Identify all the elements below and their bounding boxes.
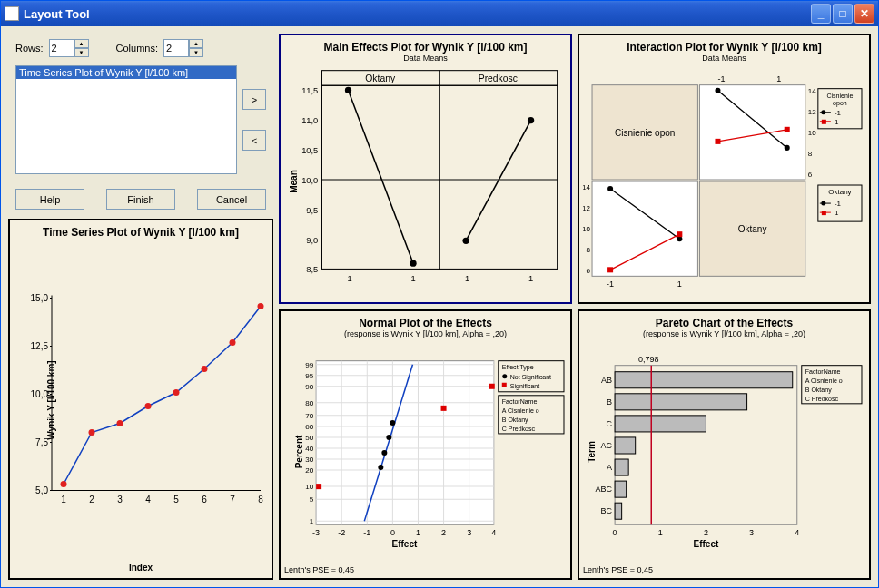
svg-text:Not Significant: Not Significant: [510, 374, 551, 381]
columns-down-button[interactable]: ▼: [189, 48, 203, 57]
svg-text:0: 0: [613, 528, 617, 537]
interaction-chart[interactable]: Interaction Plot for Wynik Y [l/100 km] …: [578, 34, 871, 304]
svg-point-47: [345, 87, 351, 93]
chart-subtitle: Data Means: [284, 54, 567, 63]
chart-footnote: Lenth's PSE = 0,45: [284, 564, 567, 574]
svg-text:90: 90: [305, 383, 313, 391]
svg-point-48: [410, 260, 416, 267]
svg-text:40: 40: [305, 445, 313, 453]
main-effects-svg: Oktany Predkosc 11,5 11,0 10,5 10,0: [284, 64, 567, 299]
list-item[interactable]: Time Series Plot of Wynik Y [l/100 km]: [16, 66, 236, 79]
svg-text:6: 6: [202, 495, 207, 505]
svg-point-149: [390, 420, 395, 426]
svg-text:8: 8: [808, 150, 813, 158]
svg-rect-169: [615, 437, 636, 454]
cancel-button[interactable]: Cancel: [197, 189, 266, 210]
normal-plot-chart[interactable]: Normal Plot of the Effects (response is …: [279, 309, 572, 580]
pareto-chart[interactable]: Pareto Chart of the Effects (response is…: [578, 309, 871, 580]
move-right-button[interactable]: >: [242, 89, 266, 110]
svg-text:opon: opon: [833, 100, 847, 107]
interaction-svg: -11 Cisnienie opon 14121086: [583, 64, 865, 299]
svg-text:20: 20: [305, 466, 313, 475]
svg-text:95: 95: [305, 372, 313, 380]
svg-text:Oktany: Oktany: [365, 74, 396, 83]
svg-text:12,5: 12,5: [31, 341, 49, 351]
svg-rect-165: [615, 366, 797, 525]
list-transfer: Time Series Plot of Wynik Y [l/100 km] >…: [8, 65, 273, 174]
svg-text:Effect: Effect: [694, 539, 719, 549]
svg-text:Significant: Significant: [510, 383, 539, 390]
rows-down-button[interactable]: ▼: [74, 48, 89, 57]
main-effects-chart[interactable]: Main Effects Plot for Wynik Y [l/100 km]…: [279, 34, 572, 304]
svg-point-147: [381, 450, 387, 456]
svg-rect-172: [615, 503, 622, 519]
svg-text:3: 3: [117, 495, 123, 505]
svg-text:1: 1: [776, 74, 781, 83]
svg-text:Predkosc: Predkosc: [479, 74, 518, 83]
svg-text:9,0: 9,0: [306, 236, 318, 245]
svg-text:B   Oktany: B Oktany: [502, 416, 528, 424]
svg-point-63: [715, 88, 720, 93]
svg-point-22: [117, 420, 123, 426]
help-button[interactable]: Help: [15, 189, 84, 210]
svg-text:-1: -1: [835, 109, 842, 117]
svg-text:AC: AC: [601, 441, 613, 450]
svg-text:12: 12: [808, 108, 816, 116]
svg-text:3: 3: [749, 528, 754, 537]
rows-up-button[interactable]: ▲: [74, 39, 89, 48]
svg-text:1: 1: [310, 517, 314, 525]
close-button[interactable]: ✕: [854, 4, 874, 24]
svg-text:0,798: 0,798: [638, 355, 659, 364]
svg-point-51: [528, 117, 534, 123]
grid-controls: Rows: ▲ ▼ Columns: ▲: [8, 34, 273, 60]
svg-line-46: [348, 90, 413, 263]
svg-point-27: [258, 303, 264, 309]
rows-input[interactable]: [49, 39, 74, 57]
chart-title: Normal Plot of the Effects: [284, 317, 567, 329]
columns-up-button[interactable]: ▲: [189, 39, 203, 48]
svg-text:7: 7: [230, 495, 235, 505]
svg-line-49: [466, 121, 531, 241]
svg-text:8,5: 8,5: [306, 265, 318, 274]
svg-text:C   Predkosc: C Predkosc: [805, 396, 839, 402]
time-series-preview: Time Series Plot of Wynik Y [l/100 km] W…: [8, 219, 273, 580]
svg-text:0: 0: [390, 528, 395, 537]
svg-text:5,0: 5,0: [35, 485, 48, 495]
window-title: Layout Tool: [24, 7, 90, 21]
chart-title: Pareto Chart of the Effects: [583, 317, 865, 329]
svg-text:99: 99: [305, 361, 313, 369]
move-left-button[interactable]: <: [242, 130, 266, 151]
svg-text:2: 2: [704, 528, 708, 537]
svg-rect-67: [785, 127, 790, 132]
svg-text:60: 60: [305, 423, 313, 431]
svg-text:AB: AB: [601, 376, 612, 385]
svg-text:C   Predkosc: C Predkosc: [502, 426, 536, 432]
columns-label: Columns:: [116, 43, 158, 54]
titlebar[interactable]: Layout Tool _ □ ✕: [1, 1, 878, 26]
svg-text:50: 50: [305, 434, 313, 442]
svg-text:10,5: 10,5: [301, 146, 318, 155]
svg-text:1: 1: [410, 274, 415, 283]
svg-text:Effect Type: Effect Type: [502, 364, 534, 371]
svg-rect-66: [715, 139, 720, 144]
columns-input[interactable]: [163, 39, 189, 57]
client-area: Rows: ▲ ▼ Columns: ▲: [1, 26, 878, 587]
svg-point-64: [785, 145, 790, 151]
svg-point-26: [230, 339, 236, 346]
svg-text:6: 6: [587, 267, 591, 275]
svg-rect-170: [615, 459, 628, 475]
svg-point-75: [607, 186, 613, 191]
available-listbox[interactable]: Time Series Plot of Wynik Y [l/100 km]: [15, 65, 237, 174]
maximize-button[interactable]: □: [833, 4, 853, 24]
finish-button[interactable]: Finish: [106, 189, 175, 210]
chart-subtitle: (response is Wynik Y [l/100 km], Alpha =…: [284, 329, 567, 338]
svg-text:-3: -3: [312, 528, 320, 537]
svg-text:80: 80: [305, 399, 313, 407]
svg-text:1: 1: [61, 495, 66, 505]
svg-text:Oktany: Oktany: [738, 224, 767, 234]
minimize-button[interactable]: _: [811, 4, 831, 24]
svg-rect-166: [615, 372, 793, 388]
svg-text:11,5: 11,5: [301, 86, 318, 95]
svg-text:-1: -1: [717, 74, 725, 83]
svg-rect-167: [615, 394, 746, 410]
